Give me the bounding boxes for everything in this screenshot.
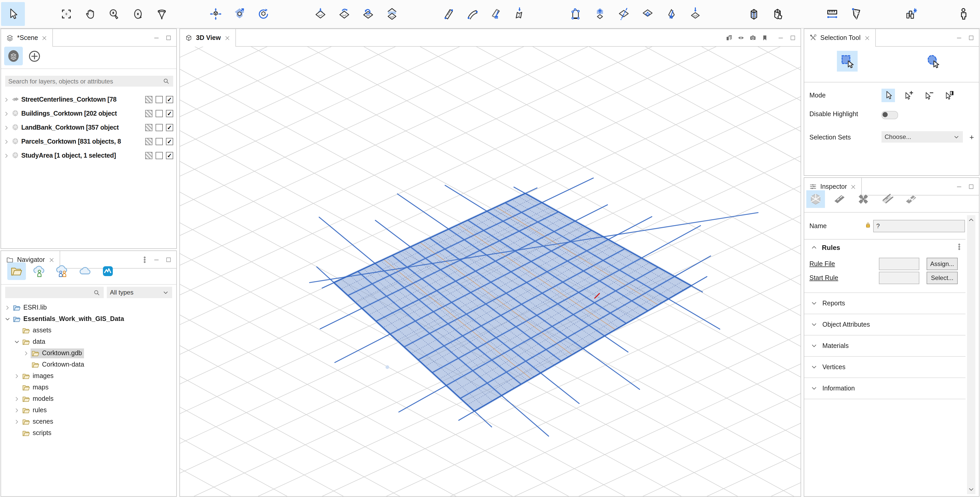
layer-row[interactable]: LandBank_Corktown [357 object✓: [1, 120, 176, 134]
toolbar-generate-models-tool[interactable]: [746, 2, 761, 26]
toolbar-orbit-tool[interactable]: [130, 2, 145, 26]
start-rule-link[interactable]: Start Rule: [810, 274, 838, 282]
tree-item-scripts[interactable]: scripts: [1, 427, 176, 439]
tab-scene[interactable]: *Scene: [1, 29, 53, 47]
close-icon[interactable]: [41, 35, 48, 41]
tab-3d-view[interactable]: 3D View: [180, 29, 235, 47]
toolbar-shape-cleanup-tool[interactable]: [664, 2, 679, 26]
layer-checkbox-empty[interactable]: [156, 138, 163, 145]
toolbar-first-person-tool[interactable]: [956, 2, 970, 26]
layer-swatch[interactable]: [145, 110, 153, 117]
navigator-my-content-button[interactable]: [30, 262, 49, 280]
section-object-attributes[interactable]: Object Attributes: [804, 314, 966, 335]
inspector-type-shape-button[interactable]: [806, 190, 825, 208]
name-field[interactable]: ?: [873, 220, 965, 232]
toolbar-measure-tool[interactable]: [824, 2, 840, 26]
layer-row[interactable]: StreetCenterlines_Corktown [78✓: [1, 92, 176, 106]
maximize-icon[interactable]: [967, 183, 975, 190]
toolbar-street-align-tool[interactable]: [512, 2, 527, 26]
expand-chevron-icon[interactable]: [3, 110, 10, 117]
selection-mode-new-button[interactable]: [881, 89, 895, 102]
bookmark-icon[interactable]: [761, 34, 768, 41]
toolbar-zoom-frame-tool[interactable]: [59, 2, 74, 26]
lasso-select-button[interactable]: [923, 51, 943, 72]
section-vertices[interactable]: Vertices: [804, 356, 966, 378]
layer-row[interactable]: Parcels_Corktown [831 objects, 8✓: [1, 134, 176, 148]
layer-swatch[interactable]: [145, 96, 153, 103]
chevron-right-icon[interactable]: [4, 304, 11, 311]
expand-chevron-icon[interactable]: [3, 138, 10, 145]
chevron-right-icon[interactable]: [13, 395, 20, 402]
selection-sets-select[interactable]: Choose...: [881, 131, 963, 143]
toolbar-shape-split-tool[interactable]: [616, 2, 631, 26]
scroll-down-icon[interactable]: [967, 486, 975, 493]
expand-chevron-icon[interactable]: [3, 124, 10, 131]
toolbar-move-tool[interactable]: [208, 2, 223, 26]
layer-checkbox-empty[interactable]: [156, 110, 163, 117]
chevron-right-icon[interactable]: [13, 418, 20, 425]
maximize-icon[interactable]: [165, 34, 172, 41]
selection-mode-subtract-button[interactable]: [922, 89, 935, 102]
inspector-type-street-lanes-button[interactable]: [878, 190, 897, 208]
viewport-layout-icon[interactable]: [725, 34, 733, 41]
toolbar-shape-extrude-tool[interactable]: [592, 2, 607, 26]
assign-rule-button[interactable]: Assign...: [927, 258, 958, 270]
layer-checkbox-visible[interactable]: ✓: [166, 110, 173, 117]
chevron-right-icon[interactable]: [13, 407, 20, 414]
tree-item-esri-lib[interactable]: ESRI.lib: [1, 302, 176, 313]
toolbar-terrain-reset-tool[interactable]: [360, 2, 375, 26]
minimize-icon[interactable]: [153, 34, 160, 41]
toolbar-shape-draw-tool[interactable]: [568, 2, 583, 26]
minimize-icon[interactable]: [153, 256, 160, 263]
navigator-arcgis-button[interactable]: [99, 262, 117, 280]
layer-checkbox-visible[interactable]: ✓: [166, 138, 173, 145]
maximize-icon[interactable]: [967, 34, 975, 41]
start-rule-field[interactable]: [879, 272, 920, 284]
toolbar-street-curve-tool[interactable]: [465, 2, 480, 26]
inspector-scrollbar[interactable]: [967, 215, 975, 494]
add-layer-button[interactable]: [26, 48, 43, 64]
maximize-icon[interactable]: [789, 34, 797, 41]
maximize-icon[interactable]: [165, 256, 172, 263]
menu-kebab-icon[interactable]: [141, 256, 148, 263]
snapshot-icon[interactable]: [749, 34, 757, 41]
disable-highlight-toggle[interactable]: [881, 111, 898, 119]
toolbar-shape-texture-tool[interactable]: [640, 2, 655, 26]
toolbar-street-create-tool[interactable]: [441, 2, 456, 26]
tree-item-images[interactable]: images: [1, 370, 176, 382]
rule-file-field[interactable]: [879, 258, 920, 270]
chevron-down-icon[interactable]: [13, 338, 20, 345]
section-reports[interactable]: Reports: [804, 292, 966, 314]
rectangle-select-button[interactable]: [837, 51, 858, 72]
expand-chevron-icon[interactable]: [3, 96, 10, 103]
tree-item-scenes[interactable]: scenes: [1, 416, 176, 427]
toolbar-terrain-smooth-tool[interactable]: [337, 2, 352, 26]
add-selection-set-button[interactable]: +: [967, 131, 977, 143]
layer-swatch[interactable]: [145, 124, 153, 131]
selection-mode-add-button[interactable]: [902, 89, 915, 102]
tree-item-corktown-gdb[interactable]: Corktown.gdb: [1, 347, 176, 359]
layer-checkbox-visible[interactable]: ✓: [166, 96, 173, 103]
layer-row[interactable]: StudyArea [1 object, 1 selected]✓: [1, 148, 176, 162]
layer-checkbox-visible[interactable]: ✓: [166, 152, 173, 159]
tree-item-assets[interactable]: assets: [1, 325, 176, 336]
navigator-search-input[interactable]: [5, 289, 93, 296]
layer-checkbox-visible[interactable]: ✓: [166, 124, 173, 131]
scene-search-input[interactable]: [5, 78, 162, 85]
toolbar-select-tool[interactable]: [1, 2, 25, 26]
expand-chevron-icon[interactable]: [3, 152, 10, 159]
inspector-type-street-node-button[interactable]: [854, 190, 873, 208]
inspector-type-street-segment-button[interactable]: [830, 190, 849, 208]
scene-layers-view-button[interactable]: [4, 47, 23, 65]
inspector-type-dynamic-shapes-button[interactable]: [902, 190, 920, 208]
layer-swatch[interactable]: [145, 138, 153, 145]
toolbar-zoom-tool[interactable]: [106, 2, 121, 26]
chevron-right-icon[interactable]: [23, 350, 30, 357]
tree-item-essentials-work-with-gis-data[interactable]: Essentials_Work_with_GIS_Data: [1, 313, 176, 325]
visibility-icon[interactable]: [737, 34, 745, 41]
navigator-public-button[interactable]: [76, 262, 94, 280]
close-icon[interactable]: [850, 183, 857, 190]
tree-item-rules[interactable]: rules: [1, 405, 176, 416]
toolbar-lighting-settings-tool[interactable]: [903, 2, 918, 26]
layer-checkbox-empty[interactable]: [156, 152, 163, 159]
